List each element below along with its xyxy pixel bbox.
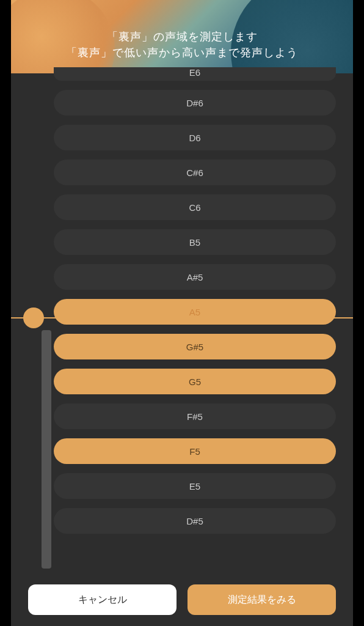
note-label: A5 bbox=[189, 307, 200, 317]
note-label: E5 bbox=[189, 481, 200, 492]
note-label: F5 bbox=[189, 446, 200, 457]
note-row[interactable]: E6 bbox=[54, 67, 336, 81]
note-label: C#6 bbox=[186, 168, 203, 178]
note-label: D#6 bbox=[186, 98, 203, 108]
note-row[interactable]: D6 bbox=[54, 125, 336, 150]
note-label: D#5 bbox=[186, 516, 203, 526]
volume-meter bbox=[42, 330, 51, 569]
header-instructions: 「裏声」の声域を測定します 「裏声」で低い声から高い声まで発声しよう bbox=[11, 29, 353, 61]
pitch-indicator-handle[interactable] bbox=[23, 307, 44, 328]
cancel-button[interactable]: キャンセル bbox=[28, 584, 177, 615]
note-row[interactable]: C#6 bbox=[54, 160, 336, 185]
note-row[interactable]: A#5 bbox=[54, 264, 336, 290]
note-row[interactable]: C6 bbox=[54, 194, 336, 220]
note-row[interactable]: B5 bbox=[54, 229, 336, 255]
note-label: A#5 bbox=[187, 272, 203, 282]
header-line-2: 「裏声」で低い声から高い声まで発声しよう bbox=[11, 45, 353, 61]
pitch-indicator-line bbox=[11, 317, 353, 319]
note-label: C6 bbox=[189, 202, 200, 213]
header-line-1: 「裏声」の声域を測定します bbox=[11, 29, 353, 45]
note-label: G#5 bbox=[186, 342, 203, 352]
note-label: E6 bbox=[189, 67, 200, 78]
note-label: G5 bbox=[189, 377, 201, 387]
note-row-highlighted[interactable]: F5 bbox=[54, 438, 336, 464]
view-result-button[interactable]: 測定結果をみる bbox=[187, 584, 336, 615]
footer-buttons: キャンセル 測定結果をみる bbox=[11, 584, 353, 617]
note-row-highlighted[interactable]: G#5 bbox=[54, 334, 336, 359]
note-list[interactable]: E6 D#6 D6 C#6 C6 B5 A#5 A5 G#5 G5 F#5 bbox=[11, 67, 353, 575]
note-row[interactable]: F#5 bbox=[54, 403, 336, 429]
measurement-screen: 「裏声」の声域を測定します 「裏声」で低い声から高い声まで発声しよう E6 D#… bbox=[11, 0, 353, 626]
note-row[interactable]: D#5 bbox=[54, 508, 336, 534]
note-row-highlighted[interactable]: A5 bbox=[54, 299, 336, 325]
note-label: B5 bbox=[189, 237, 200, 248]
note-label: D6 bbox=[189, 133, 200, 143]
note-label: F#5 bbox=[187, 411, 203, 422]
view-result-button-label: 測定結果をみる bbox=[228, 594, 296, 606]
note-row[interactable]: D#6 bbox=[54, 90, 336, 116]
note-row[interactable]: E5 bbox=[54, 473, 336, 499]
cancel-button-label: キャンセル bbox=[78, 594, 127, 606]
note-row-highlighted[interactable]: G5 bbox=[54, 369, 336, 394]
